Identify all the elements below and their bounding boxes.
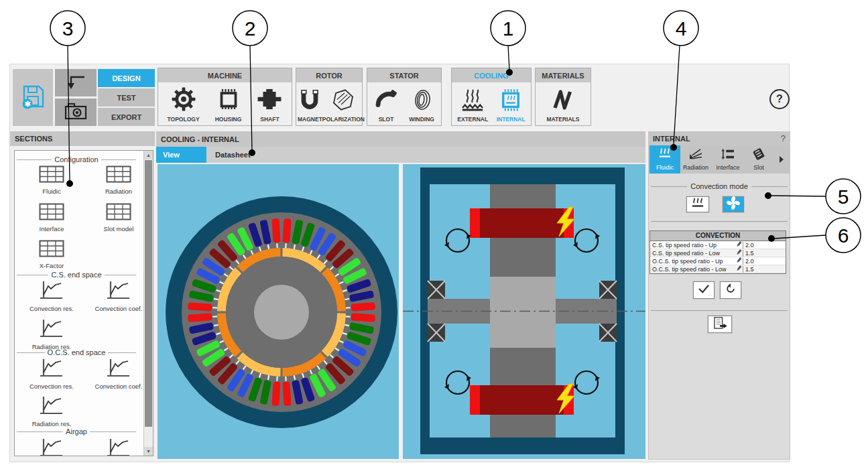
forced-convection-button[interactable] [723,196,744,212]
radiation-icon [688,148,703,163]
table-icon [39,240,64,260]
toolbar-group-materials: MATERIALS MATERIALS [535,68,591,126]
help-icon: ? [776,93,783,105]
section-item-interface[interactable]: Interface [19,203,84,232]
section-item-cs-radiation-res[interactable]: Radiation res. [19,318,84,350]
natural-convection-icon [690,197,706,212]
section-item-x-factor[interactable]: X-Factor [19,240,84,269]
callout-number: 1 [503,17,514,40]
slot-icon [374,88,398,115]
table-row[interactable]: C.S. tip speed ratio - Low 1.5 [650,249,786,257]
toolbar-item-shaft[interactable]: SHAFT [257,86,282,123]
row-value[interactable]: 2.0 [743,242,786,249]
section-item-airgap-2[interactable] [86,438,151,456]
sections-scrollbar[interactable]: ▲ ▼ [143,151,153,456]
row-label: C.S. tip speed ratio - Up [650,242,735,249]
toolbar-group-stator: STATOR SLOT [367,68,442,126]
panel-help-icon[interactable]: ? [781,133,786,143]
save-button[interactable]: ✱ [13,69,53,126]
row-value[interactable]: 1.5 [743,250,786,257]
internal-tabbar: Fluidic Radiation Interface Slot [648,145,790,174]
toolbar-item-housing[interactable]: HOUSING [215,86,242,123]
table-row[interactable]: O.C.S. tip speed ratio - Low 1.5 [650,265,786,273]
tab-datasheet[interactable]: Datasheet [208,147,259,163]
section-group-airgap: Airgap [17,427,136,435]
toolbar-group-rotor: ROTOR MAGNET [296,68,363,126]
magnet-icon [298,88,322,115]
curve-icon [38,280,65,303]
section-item-ocs-radiation-res[interactable]: Radiation res. [19,395,84,427]
section-item-ocs-convection-res[interactable]: Convection res. [19,358,84,390]
toolbar-item-slot[interactable]: SLOT [374,88,398,123]
tab-slot[interactable]: Slot [743,145,774,174]
section-item-ocs-convection-coef[interactable]: Convection coef. [86,358,151,390]
help-button[interactable]: ? [769,89,790,109]
toolbar-item-winding[interactable]: WINDING [409,88,434,123]
apply-button[interactable] [693,281,715,299]
table-row[interactable]: C.S. tip speed ratio - Up 2.0 [650,241,786,249]
toolbar-item-external-cooling[interactable]: EXTERNAL [457,88,488,123]
more-tabs-arrow-icon[interactable] [780,156,784,163]
internal-panel-header: INTERNAL ? [648,131,790,145]
callout-circle-5 [826,179,861,214]
curve-icon [38,358,65,381]
toolbar-item-materials[interactable]: MATERIALS [547,88,580,123]
sections-panel-header: SECTIONS [10,131,155,146]
callout-number: 5 [838,186,849,208]
toolbar-item-internal-cooling[interactable]: INTERNAL [497,88,525,123]
toolbar-group-cooling: COOLING EXTERNAL [451,68,532,126]
convection-mode-divider: Convection mode [651,182,788,190]
section-item-fluidic[interactable]: Fluidic [19,165,84,195]
table-row[interactable]: O.C.S. tip speed ratio - Up 2.0 [650,257,786,265]
screenshot-root: ✱ DESIGN TEST EXPORT MACHINE [0,0,868,471]
convection-table-header: CONVECTION [650,231,786,241]
tab-test[interactable]: TEST [98,88,155,107]
scroll-up-icon[interactable]: ▲ [144,151,153,159]
polarization-icon [331,88,355,115]
tab-export[interactable]: EXPORT [98,108,155,126]
export-results-button[interactable] [708,316,732,333]
housing-icon [216,86,241,115]
natural-convection-button[interactable] [686,196,709,212]
callout-number: 3 [62,17,74,40]
center-panel-header: COOLING - INTERNAL [156,131,645,147]
tab-design[interactable]: DESIGN [98,69,155,87]
section-item-slot-model[interactable]: Slot model [86,203,151,232]
callout-number: 6 [838,224,849,247]
callout-number: 4 [676,17,687,40]
topology-icon [171,86,196,115]
callout-number: 2 [245,17,256,40]
snapshot-button[interactable] [55,98,97,126]
group-header-rotor: ROTOR [296,68,362,82]
tab-interface[interactable]: Interface [712,145,743,174]
restore-button[interactable] [720,281,741,299]
section-item-radiation[interactable]: Radiation [86,165,151,195]
row-value[interactable]: 1.5 [743,266,786,273]
row-value[interactable]: 2.0 [743,258,786,265]
toolbar-item-topology[interactable]: TOPOLOGY [168,86,200,123]
center-tabbar: View Datasheet [156,147,645,163]
callout-circle-1 [491,11,525,46]
divider [651,310,788,311]
tab-view[interactable]: View [156,147,206,163]
toolbar-item-polarization[interactable]: POLARIZATION [322,88,365,123]
shaft-icon [257,86,282,115]
fluidic-icon [658,148,672,163]
tab-fluidic[interactable]: Fluidic [649,145,680,174]
edit-icon [735,265,743,273]
section-item-airgap-1[interactable] [19,438,84,456]
curve-icon [105,280,132,303]
toolbar-item-magnet[interactable]: MAGNET [298,88,322,123]
section-item-cs-convection-res[interactable]: Convection res. [19,280,84,312]
curve-icon [38,395,65,418]
scrollbar-thumb[interactable] [145,160,152,427]
center-panel-title: COOLING - INTERNAL [161,135,239,143]
internal-panel-title: INTERNAL [653,135,690,143]
scroll-down-icon[interactable]: ▼ [144,447,153,456]
tab-radiation[interactable]: Radiation [680,145,711,174]
section-group-ocs-end-space: O.C.S. end space [17,348,136,356]
section-item-cs-convection-coef[interactable]: Convection coef. [86,280,151,312]
group-header-stator: STATOR [367,68,441,82]
return-arrow-button[interactable] [55,69,97,96]
sections-list: Configuration Fluidic Radiation Interfac… [14,150,153,456]
